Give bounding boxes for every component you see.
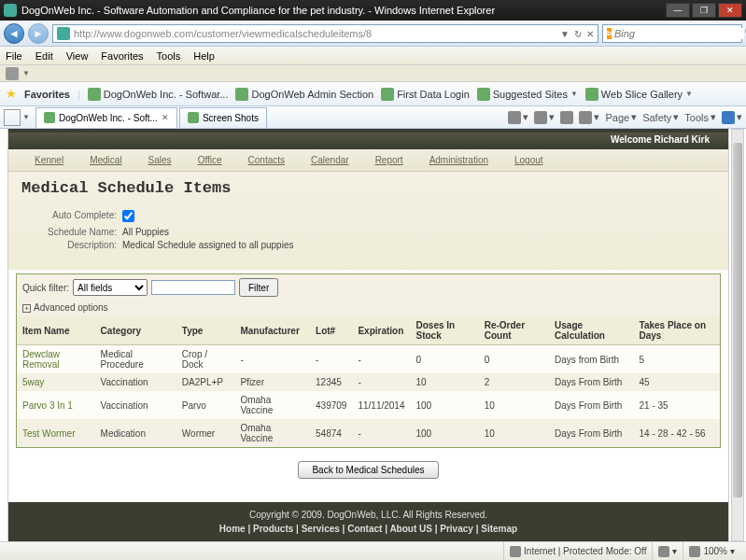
nav-report[interactable]: Report xyxy=(375,155,403,165)
menu-bar: File Edit View Favorites Tools Help xyxy=(0,47,746,65)
fav-suggested[interactable]: Suggested Sites▼ xyxy=(477,88,578,101)
tab-label: DogOnWeb Inc. - Soft... xyxy=(59,113,158,123)
browser-navbar: ◄ ► ▼ ↻ ✕ b 🔍 xyxy=(0,21,746,47)
col-item-name[interactable]: Item Name xyxy=(17,316,95,345)
tab-icon xyxy=(188,112,199,123)
mail-icon[interactable] xyxy=(560,111,573,124)
filter-field-select[interactable]: All fields xyxy=(73,279,148,296)
toolbar-icon[interactable] xyxy=(6,67,19,80)
feed-icon[interactable]: ▾ xyxy=(534,111,555,124)
chevron-down-icon[interactable]: ▼ xyxy=(22,113,30,121)
nav-office[interactable]: Office xyxy=(198,155,222,165)
address-input[interactable] xyxy=(74,28,558,39)
col-manufacturer[interactable]: Manufacturer xyxy=(234,316,310,345)
col-reorder[interactable]: Re-Order Count xyxy=(479,316,549,345)
maximize-button[interactable]: ❐ xyxy=(692,3,716,18)
filter-panel: Quick filter: All fields Filter +Advance… xyxy=(16,273,721,448)
nav-kennel[interactable]: Kennel xyxy=(35,155,63,165)
nav-calendar[interactable]: Calendar xyxy=(311,155,349,165)
menu-favorites[interactable]: Favorites xyxy=(101,50,143,62)
page-content: Welcome Richard Kirk Kennel Medical Sale… xyxy=(7,129,729,541)
copyright-text: Copyright © 2009. DogOnWeb, LLC. All Rig… xyxy=(8,510,728,520)
description-label: Description: xyxy=(38,240,122,250)
auto-complete-label: Auto Complete: xyxy=(38,210,122,224)
fav-webslice[interactable]: Web Slice Gallery▼ xyxy=(585,88,693,101)
schedule-name-value: All Puppies xyxy=(122,227,169,237)
nav-medical[interactable]: Medical xyxy=(90,155,121,165)
favorites-bar: ★ Favorites | DogOnWeb Inc. - Softwar...… xyxy=(0,82,746,106)
schedule-items-table: Item Name Category Type Manufacturer Lot… xyxy=(17,316,720,447)
status-security[interactable]: ▾ xyxy=(652,542,683,560)
back-button[interactable]: ◄ xyxy=(4,23,24,44)
zoom-control[interactable]: 100% ▾ xyxy=(683,542,740,560)
window-titlebar: DogOnWeb Inc. - Software Automation and … xyxy=(0,0,746,21)
col-days[interactable]: Takes Place on Days xyxy=(634,316,720,345)
site-icon xyxy=(381,88,394,101)
item-name-link[interactable]: 5way xyxy=(17,373,95,391)
fav-dogonweb[interactable]: DogOnWeb Inc. - Softwar... xyxy=(88,88,229,101)
auto-complete-checkbox[interactable] xyxy=(122,210,134,222)
table-row[interactable]: Test WormerMedicationWormerOmaha Vaccine… xyxy=(17,419,720,447)
item-name-link[interactable]: Test Wormer xyxy=(17,419,95,447)
chevron-down-icon[interactable]: ▼ xyxy=(22,69,30,77)
menu-tools[interactable]: Tools xyxy=(157,50,181,62)
col-type[interactable]: Type xyxy=(176,316,235,345)
search-input[interactable] xyxy=(614,28,744,39)
search-box[interactable]: b 🔍 xyxy=(602,24,742,43)
filter-button[interactable]: Filter xyxy=(239,278,278,297)
quicktabs-button[interactable] xyxy=(4,109,21,126)
site-icon xyxy=(477,88,490,101)
address-bar[interactable]: ▼ ↻ ✕ xyxy=(52,24,598,43)
fav-admin[interactable]: DogOnWeb Admin Section xyxy=(235,88,373,101)
col-lot[interactable]: Lot# xyxy=(310,316,352,345)
site-icon xyxy=(235,88,248,101)
fav-firstdata[interactable]: First Data Login xyxy=(381,88,470,101)
tab-screenshots[interactable]: Screen Shots xyxy=(179,107,267,128)
app-nav: Kennel Medical Sales Office Contacts Cal… xyxy=(8,149,728,172)
col-usage[interactable]: Usage Calculation xyxy=(549,316,633,345)
site-icon xyxy=(57,27,70,40)
nav-sales[interactable]: Sales xyxy=(148,155,172,165)
tab-dogonweb[interactable]: DogOnWeb Inc. - Soft... ✕ xyxy=(35,107,177,128)
tab-bar: ▼ DogOnWeb Inc. - Soft... ✕ Screen Shots… xyxy=(0,106,746,129)
minimize-button[interactable]: — xyxy=(666,3,690,18)
shield-icon xyxy=(658,546,669,557)
help-icon[interactable]: ▾ xyxy=(722,111,742,124)
nav-administration[interactable]: Administration xyxy=(429,155,488,165)
menu-help[interactable]: Help xyxy=(193,50,215,62)
bing-icon: b xyxy=(607,28,612,39)
col-doses[interactable]: Doses In Stock xyxy=(411,316,479,345)
item-name-link[interactable]: Dewclaw Removal xyxy=(17,345,95,374)
menu-view[interactable]: View xyxy=(66,50,89,62)
menu-edit[interactable]: Edit xyxy=(35,50,53,62)
close-button[interactable]: ✕ xyxy=(718,3,742,18)
tools-menu[interactable]: Tools ▾ xyxy=(684,111,716,123)
nav-contacts[interactable]: Contacts xyxy=(248,155,285,165)
footer-links[interactable]: Home | Products | Services | Contact | A… xyxy=(219,524,517,534)
forward-button[interactable]: ► xyxy=(28,23,49,44)
schedule-name-label: Schedule Name: xyxy=(38,227,122,237)
nav-logout[interactable]: Logout xyxy=(514,155,543,165)
print-icon[interactable]: ▾ xyxy=(579,111,599,124)
page-footer: Copyright © 2009. DogOnWeb, LLC. All Rig… xyxy=(8,502,728,541)
address-icons: ▼ ↻ ✕ xyxy=(558,28,594,39)
safety-menu[interactable]: Safety ▾ xyxy=(642,111,679,123)
filter-text-input[interactable] xyxy=(151,280,235,295)
item-name-link[interactable]: Parvo 3 In 1 xyxy=(17,391,95,419)
col-category[interactable]: Category xyxy=(95,316,176,345)
back-to-schedules-button[interactable]: Back to Medical Schedules xyxy=(298,461,438,479)
favorites-label[interactable]: Favorites xyxy=(24,89,70,100)
welcome-banner: Welcome Richard Kirk xyxy=(8,133,728,149)
table-row[interactable]: 5wayVaccinationDA2PL+PPfizer12345-102Day… xyxy=(17,373,720,391)
home-icon[interactable]: ▾ xyxy=(508,111,528,124)
close-icon[interactable]: ✕ xyxy=(162,113,169,122)
ie-icon xyxy=(4,4,17,17)
star-icon[interactable]: ★ xyxy=(6,87,17,101)
table-row[interactable]: Parvo 3 In 1VaccinationParvoOmaha Vaccin… xyxy=(17,391,720,419)
col-expiration[interactable]: Expiration xyxy=(352,316,410,345)
table-row[interactable]: Dewclaw RemovalMedical ProcedureCrop / D… xyxy=(17,345,720,374)
vertical-scrollbar[interactable] xyxy=(731,129,744,541)
menu-file[interactable]: File xyxy=(6,50,22,62)
page-menu[interactable]: Page ▾ xyxy=(605,111,637,123)
advanced-options-toggle[interactable]: +Advanced options xyxy=(17,301,720,316)
